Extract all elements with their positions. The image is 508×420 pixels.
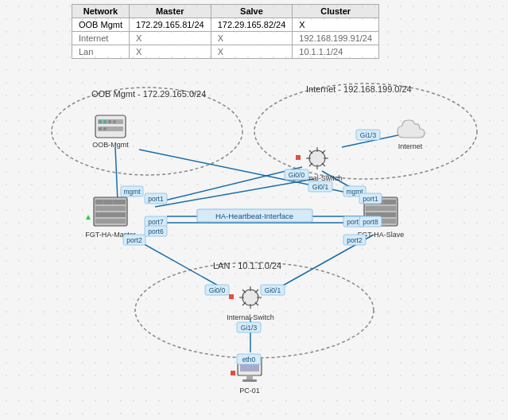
lan-ellipse-label: LAN - 10.1.1.0/24 <box>213 261 281 270</box>
port1-right-port: port1 <box>363 195 378 203</box>
port1-left-port: port1 <box>148 195 164 203</box>
svg-point-23 <box>99 127 102 130</box>
eth0-port: eth0 <box>242 356 256 364</box>
svg-rect-56 <box>296 155 301 160</box>
internet-label: Internet <box>398 142 423 150</box>
gi1-3-int-port: Gi1/3 <box>241 324 258 332</box>
main-container: Network Master Salve Cluster OOB Mgmt 17… <box>0 0 508 420</box>
svg-rect-66 <box>229 294 234 299</box>
svg-rect-70 <box>242 379 257 382</box>
svg-point-22 <box>113 120 116 123</box>
oob-mgmt-label: OOB-Mgmt <box>92 141 129 149</box>
svg-rect-71 <box>231 371 235 375</box>
gi0-1-int-port: Gi0/1 <box>265 286 281 294</box>
gi0-0-port: Gi0/0 <box>289 171 305 179</box>
pc01-label: PC-01 <box>239 387 260 395</box>
svg-rect-28 <box>95 212 126 217</box>
svg-rect-29 <box>95 219 126 224</box>
oob-ellipse-label: OOB Mgmt - 172.29.165.0/24 <box>91 89 206 99</box>
port6-left-port: port6 <box>148 228 164 235</box>
svg-rect-26 <box>95 200 126 204</box>
svg-point-20 <box>103 120 107 123</box>
svg-point-19 <box>99 120 102 123</box>
svg-point-21 <box>108 120 111 123</box>
svg-rect-69 <box>246 375 253 379</box>
ha-heartbeat-label: HA-Heartbeat-Interface <box>215 212 293 220</box>
svg-rect-38 <box>366 206 396 211</box>
port7-left-port: port7 <box>148 218 164 226</box>
svg-rect-27 <box>95 206 126 211</box>
gi0-1-ext-port: Gi0/1 <box>312 183 329 191</box>
internet-ellipse-label: Internet - 192.168.199.0/24 <box>306 84 412 94</box>
svg-point-24 <box>103 127 107 130</box>
gi1-3-port: Gi1/3 <box>360 131 377 139</box>
port2-right-port: port2 <box>347 236 363 244</box>
gi0-0-int-port: Gi0/0 <box>209 286 226 294</box>
port2-left-port: port2 <box>126 236 142 244</box>
internal-switch-label: Internal-Switch <box>227 313 274 321</box>
network-diagram: OOB Mgmt - 172.29.165.0/24 Internet - 19… <box>0 0 508 420</box>
port8-port: port8 <box>363 218 378 226</box>
mgmt-left-port: mgmt <box>123 188 141 196</box>
oob-mgmt-device: OOB-Mgmt <box>92 115 129 149</box>
